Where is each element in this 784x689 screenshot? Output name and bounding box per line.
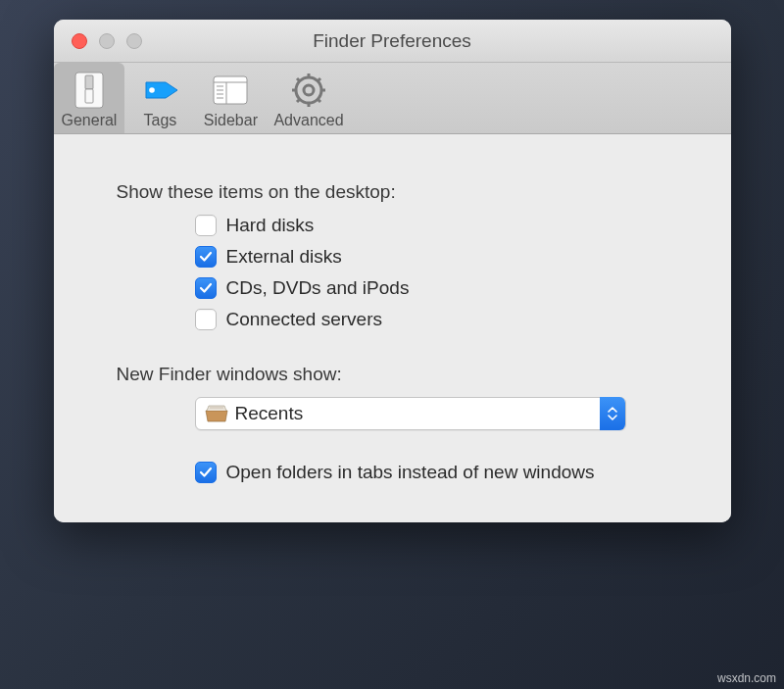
desktop-items-group: Hard disks External disks CDs, DVDs and … [195,215,692,330]
tab-label: Advanced [273,112,343,129]
checkbox-connected-servers[interactable]: Connected servers [195,309,692,330]
titlebar: Finder Preferences [54,20,731,63]
checkbox-icon [195,246,217,268]
checkbox-cds-dvds-ipods[interactable]: CDs, DVDs and iPods [195,277,692,299]
sidebar-icon [211,71,250,110]
svg-point-3 [150,87,156,93]
content-pane: Show these items on the desktop: Hard di… [54,134,731,522]
gear-icon [289,71,328,110]
checkbox-label: Open folders in tabs instead of new wind… [226,462,595,483]
checkbox-label: External disks [226,246,342,268]
window-title: Finder Preferences [54,30,731,52]
checkbox-external-disks[interactable]: External disks [195,246,692,268]
tab-label: Tags [144,112,177,129]
new-windows-select[interactable]: Recents [195,397,626,430]
checkbox-label: CDs, DVDs and iPods [226,277,410,299]
checkbox-label: Connected servers [226,309,382,330]
tab-general[interactable]: General [54,63,125,133]
zoom-button[interactable] [126,33,142,49]
watermark: wsxdn.com [717,671,776,685]
minimize-button[interactable] [99,33,115,49]
close-button[interactable] [72,33,87,49]
traffic-lights [54,33,142,49]
checkbox-icon [195,462,217,483]
svg-line-18 [318,78,320,81]
preferences-window: Finder Preferences General Tags [54,20,731,522]
switch-icon [70,71,109,110]
svg-rect-2 [85,89,93,103]
tab-sidebar[interactable]: Sidebar [195,63,266,133]
chevron-up-down-icon [600,397,625,430]
toolbar: General Tags [54,63,731,134]
checkbox-label: Hard disks [226,215,315,236]
svg-line-17 [297,78,300,81]
svg-rect-1 [85,75,93,89]
new-windows-select-row: Recents [195,397,626,430]
checkbox-icon [195,215,217,236]
tab-label: General [62,112,118,129]
tab-label: Sidebar [204,112,258,129]
checkbox-icon [195,277,217,299]
checkbox-open-in-tabs[interactable]: Open folders in tabs instead of new wind… [195,462,692,483]
select-value: Recents [235,403,600,424]
tab-tags[interactable]: Tags [124,63,195,133]
svg-point-12 [304,85,314,95]
tab-advanced[interactable]: Advanced [266,63,351,133]
tag-icon [140,71,179,110]
desktop-items-label: Show these items on the desktop: [117,181,692,203]
new-windows-label: New Finder windows show: [117,364,692,385]
checkbox-hard-disks[interactable]: Hard disks [195,215,692,236]
svg-line-20 [318,99,320,102]
recents-icon [204,405,229,422]
checkbox-icon [195,309,217,330]
svg-line-19 [297,99,300,102]
